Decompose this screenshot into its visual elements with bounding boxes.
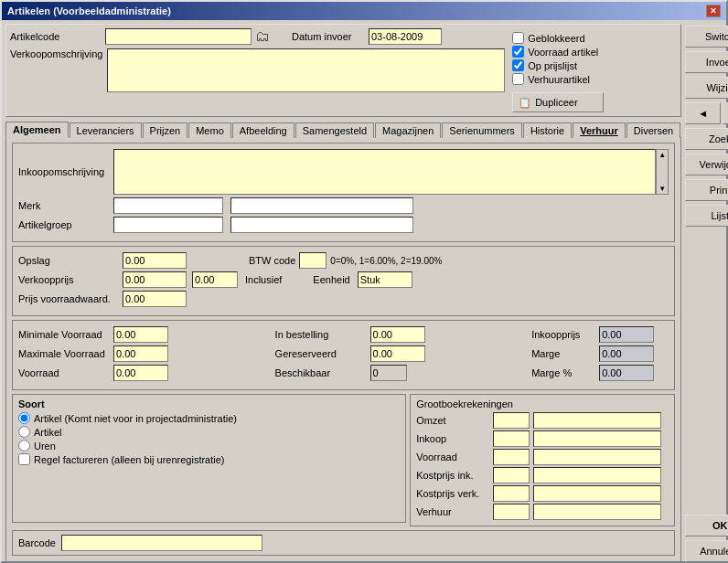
- datum-input[interactable]: [369, 28, 442, 45]
- artikelgroep-input2[interactable]: [230, 217, 413, 233]
- verkoopprijs-label: Verkoopprijs: [18, 274, 119, 285]
- close-button[interactable]: ✕: [706, 5, 721, 17]
- max-voorraad-input[interactable]: [113, 345, 168, 362]
- top-section: Artikelcode 🗂 Datum invoer Verkoopomschr…: [5, 24, 681, 117]
- verhuur-checkbox[interactable]: [512, 73, 524, 85]
- tab-prijzen[interactable]: Prijzen: [143, 122, 188, 138]
- eenheid-label: Eenheid: [313, 274, 349, 285]
- invoer-button[interactable]: Invoer: [685, 51, 728, 73]
- tabs-row: Algemeen Leveranciers Prijzen Memo Afbee…: [5, 121, 681, 137]
- tab-leveranciers[interactable]: Leveranciers: [70, 122, 142, 138]
- lijst-button[interactable]: Lijst: [685, 205, 728, 227]
- zoek-button[interactable]: Zoek: [685, 128, 728, 150]
- verkoop-textarea[interactable]: [107, 48, 506, 92]
- voorraad-checkbox[interactable]: [512, 46, 524, 58]
- voorraad-gb-input1[interactable]: [493, 449, 530, 465]
- scroll-down-icon[interactable]: ▼: [658, 185, 666, 193]
- verhuur-artikel-label: Verhuurartikel: [528, 74, 590, 85]
- btw-input[interactable]: [299, 252, 327, 269]
- verhuur-gb-input2[interactable]: [533, 504, 661, 520]
- omzet-input1[interactable]: [493, 412, 530, 429]
- soort-artikel-radio[interactable]: [18, 426, 30, 438]
- verkoopprijs-input[interactable]: [123, 271, 187, 288]
- kostprijs-ink-label: Kostprijs ink.: [416, 470, 489, 481]
- beschikbaar-label: Beschikbaar: [275, 367, 367, 378]
- tab-samengesteld[interactable]: Samengesteld: [295, 122, 374, 138]
- inkoop-textarea[interactable]: [113, 149, 656, 195]
- geblokkeerd-checkbox[interactable]: [512, 32, 524, 44]
- browse-icon[interactable]: 🗂: [255, 28, 270, 45]
- omzet-input2[interactable]: [533, 412, 661, 429]
- gereserveerd-input[interactable]: [370, 345, 425, 362]
- marge-pct-label: Marge %: [531, 367, 595, 378]
- verhuur-gb-input1[interactable]: [493, 504, 530, 520]
- inkoop-gb-input1[interactable]: [493, 430, 530, 447]
- opslag-label: Opslag: [18, 255, 119, 266]
- eenheid-input[interactable]: [358, 271, 412, 288]
- marge-label: Marge: [531, 348, 595, 359]
- prijs-voorraad-input[interactable]: [123, 291, 187, 307]
- regel-checkbox[interactable]: [18, 453, 30, 465]
- voorraad-input[interactable]: [113, 365, 168, 381]
- nav-buttons: ◄ ►: [685, 102, 728, 124]
- inkoopprijs-input[interactable]: [599, 326, 654, 343]
- scroll-up-icon[interactable]: ▲: [658, 151, 666, 159]
- dupliceer-label: Dupliceer: [535, 97, 577, 108]
- wijzig-button[interactable]: Wijzig: [685, 77, 728, 99]
- verkoopprijs-input2[interactable]: [192, 271, 238, 288]
- kostprijs-verk-input1[interactable]: [493, 485, 530, 502]
- voorraad-gb-input2[interactable]: [533, 449, 661, 465]
- tab-afbeelding[interactable]: Afbeelding: [232, 122, 294, 138]
- tab-algemeen[interactable]: Algemeen: [5, 122, 69, 138]
- gereserveerd-label: Gereserveerd: [275, 348, 367, 359]
- barcode-input[interactable]: [61, 535, 262, 551]
- annuleer-button[interactable]: Annuleer: [685, 540, 728, 562]
- min-voorraad-input[interactable]: [113, 326, 168, 343]
- regel-label: Regel factureren (alleen bij urenregistr…: [34, 454, 225, 465]
- nav-left-button[interactable]: ◄: [685, 102, 721, 124]
- window-title: Artikelen (Voorbeeldadministratie): [7, 5, 171, 16]
- tab-historie[interactable]: Historie: [523, 122, 572, 138]
- title-bar: Artikelen (Voorbeeldadministratie) ✕: [2, 2, 726, 20]
- kostprijs-ink-input1[interactable]: [493, 467, 530, 483]
- marge-pct-input[interactable]: [599, 365, 654, 381]
- tab-diversen[interactable]: Diversen: [626, 122, 680, 138]
- soort-title: Soort: [18, 398, 400, 409]
- verwijder-button[interactable]: Verwijder: [685, 154, 728, 175]
- prijslijst-checkbox[interactable]: [512, 59, 524, 71]
- merk-label: Merk: [18, 200, 110, 211]
- nav-right-button[interactable]: ►: [723, 102, 728, 124]
- kostprijs-ink-input2[interactable]: [533, 467, 661, 483]
- soort-artikel-project-radio[interactable]: [18, 412, 30, 424]
- verkoop-label: Verkoopomschrijving: [10, 48, 103, 59]
- kostprijs-verk-input2[interactable]: [533, 485, 661, 502]
- dupliceer-button[interactable]: 📋 Dupliceer: [512, 92, 604, 112]
- general-section: Inkoopomschrijving ▲ ▼ Merk: [12, 143, 675, 242]
- inkoop-gb-input2[interactable]: [533, 430, 661, 447]
- print-button[interactable]: Print: [685, 179, 728, 201]
- artikelgroep-label: Artikelgroep: [18, 219, 110, 230]
- soort-uren-radio[interactable]: [18, 440, 30, 451]
- in-bestelling-input[interactable]: [370, 326, 425, 343]
- opslag-input[interactable]: [123, 252, 187, 269]
- inkoopprijs-label: Inkoopprijs: [531, 329, 595, 340]
- artikelgroep-input[interactable]: [113, 217, 223, 233]
- prijslijst-label: Op prijslijst: [528, 60, 577, 71]
- min-voorraad-label: Minimale Voorraad: [18, 329, 110, 340]
- merk-input[interactable]: [113, 197, 223, 214]
- beschikbaar-input[interactable]: [370, 365, 407, 381]
- marge-input[interactable]: [599, 345, 654, 362]
- switch-button[interactable]: Switch: [685, 26, 728, 48]
- tab-memo[interactable]: Memo: [188, 122, 231, 138]
- tab-magazijnen[interactable]: Magazijnen: [375, 122, 441, 138]
- verhuur-gb-label: Verhuur: [416, 506, 489, 517]
- inclusief-label: Inclusief: [245, 274, 282, 285]
- ok-button[interactable]: OK: [685, 515, 728, 536]
- btw-label: BTW code: [249, 255, 295, 266]
- barcode-section: Barcode: [12, 530, 675, 556]
- tab-verhuur[interactable]: Verhuur: [573, 122, 626, 138]
- grootboek-title: Grootboekrekeningen: [416, 398, 669, 409]
- artikelcode-input[interactable]: [105, 28, 252, 45]
- tab-serienummers[interactable]: Serienummers: [442, 122, 522, 138]
- merk-input2[interactable]: [230, 197, 413, 214]
